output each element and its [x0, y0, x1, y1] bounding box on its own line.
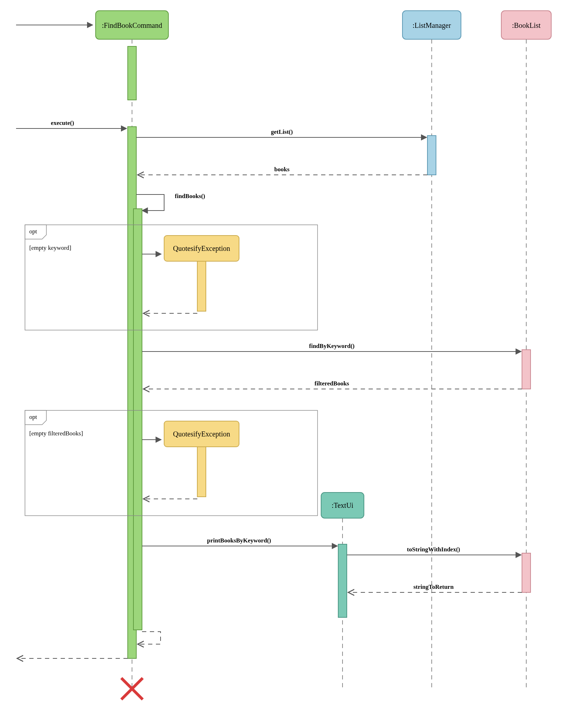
participant-listmanager: :ListManager	[402, 11, 461, 39]
msg-getlist-label: getList()	[271, 128, 293, 135]
fragment-opt2-guard: [empty filteredBooks]	[29, 430, 83, 437]
activation-quotesifyexception-2	[197, 447, 206, 497]
activation-fbc-create	[128, 46, 136, 100]
return-books-label: books	[274, 166, 290, 173]
participant-quotesifyexception-1: QuotesifyException	[164, 236, 239, 261]
msg-execute-label: execute()	[51, 120, 74, 126]
selfreturn-findbooks-arrow	[138, 632, 161, 644]
fragment-opt2-type: opt	[29, 414, 37, 420]
participant-booklist: :BookList	[501, 11, 551, 39]
fragment-opt1-type: opt	[29, 228, 37, 235]
participant-booklist-label: :BookList	[512, 21, 541, 29]
destroy-findbookcommand-icon	[121, 678, 143, 699]
participant-textui-label: :TextUi	[332, 501, 354, 509]
activation-textui	[338, 544, 347, 617]
activation-booklist-tostring	[522, 553, 531, 592]
participant-findbookcommand-label: :FindBookCommand	[102, 21, 162, 29]
participant-findbookcommand: :FindBookCommand	[96, 11, 168, 39]
participant-textui: :TextUi	[321, 492, 364, 518]
activation-listmanager	[427, 136, 436, 175]
msg-findbooks-selfarrow	[136, 194, 164, 211]
participant-quotesifyexception-1-label: QuotesifyException	[173, 244, 230, 253]
msg-tostringwithindex-label: toStringWithIndex()	[407, 546, 460, 553]
activation-fbc-findbooks	[133, 209, 142, 630]
participant-quotesifyexception-2-label: QuotesifyException	[173, 430, 230, 438]
return-filteredbooks-label: filteredBooks	[315, 380, 349, 387]
msg-findbykeyword-label: findByKeyword()	[309, 343, 355, 349]
activation-booklist-findbykeyword	[522, 350, 531, 389]
activation-quotesifyexception-1	[197, 261, 206, 311]
return-stringtoreturn-label: stringToReturn	[414, 583, 454, 590]
fragment-opt1-guard: [empty keyword]	[29, 244, 71, 251]
sequence-diagram: :FindBookCommand :ListManager :BookList …	[0, 0, 573, 728]
participant-listmanager-label: :ListManager	[412, 21, 451, 30]
msg-findbooks-label: findBooks()	[175, 193, 205, 199]
participant-quotesifyexception-2: QuotesifyException	[164, 421, 239, 447]
msg-printbooksbykeyword-label: printBooksByKeyword()	[207, 537, 271, 544]
